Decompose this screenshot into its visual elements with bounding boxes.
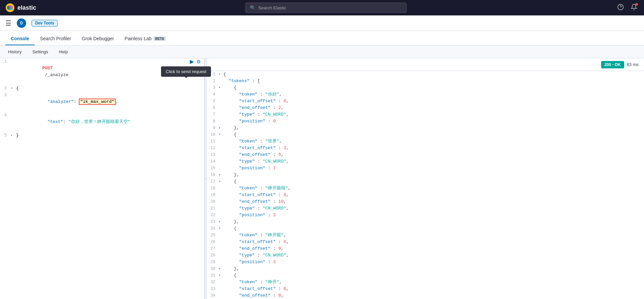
help-button[interactable]: Help bbox=[56, 48, 70, 56]
text-key: "text" bbox=[48, 119, 63, 124]
resp-code-30: }, bbox=[223, 265, 644, 272]
resp-code-22: "position" : 2 bbox=[223, 212, 644, 219]
resp-line-2: 2 "tokens" : [ bbox=[207, 78, 644, 84]
help-icon-btn[interactable] bbox=[616, 2, 625, 13]
tab-console[interactable]: Console bbox=[5, 33, 35, 45]
tab-search-profiler-label: Search Profiler bbox=[40, 36, 71, 41]
resp-arrow-23[interactable]: ▸ bbox=[219, 219, 223, 225]
resp-code-7: "type" : "CN_WORD", bbox=[223, 111, 644, 118]
resp-code-31: { bbox=[223, 272, 644, 279]
search-bar[interactable]: 🔍 Search Elastic bbox=[246, 3, 407, 13]
resp-code-16: }, bbox=[223, 172, 644, 178]
resp-code-2: "tokens" : [ bbox=[223, 78, 644, 84]
resp-code-19: "start_offset" : 6, bbox=[223, 192, 644, 198]
analyzer-value-highlight: "ik_max_word" bbox=[79, 99, 115, 105]
resp-arrow-3[interactable]: ▾ bbox=[219, 84, 223, 91]
resp-line-16: 16 ▸ }, bbox=[207, 172, 644, 178]
resp-line-4: 4 "token" : "你好", bbox=[207, 91, 644, 98]
resp-code-4: "token" : "你好", bbox=[223, 91, 644, 98]
resp-code-32: "token" : "睁开", bbox=[223, 279, 644, 286]
resp-code-3: { bbox=[223, 84, 644, 91]
resp-line-26: 26 "start_offset" : 6, bbox=[207, 239, 644, 245]
resp-code-8: "position" : 0 bbox=[223, 118, 644, 125]
run-button[interactable]: ▶ bbox=[189, 58, 195, 65]
line-arrow-5[interactable]: ▸ bbox=[11, 132, 16, 139]
resp-num-29: 29 bbox=[207, 259, 219, 265]
history-button[interactable]: History bbox=[5, 48, 24, 56]
editor-line-3: 3 "analyzer": "ik_max_word", bbox=[0, 92, 204, 112]
resp-num-2: 2 bbox=[207, 78, 219, 84]
path-text: /_analyze bbox=[42, 72, 68, 77]
resp-code-14: "type" : "CN_WORD", bbox=[223, 158, 644, 165]
resp-code-1: { bbox=[223, 71, 644, 78]
line-code-5: } bbox=[16, 132, 204, 139]
line-num-5: 5 bbox=[0, 132, 11, 139]
response-content[interactable]: 1 ▾ { 2 "tokens" : [ 3 ▾ { 4 "token bbox=[207, 71, 644, 299]
resp-arrow-30[interactable]: ▸ bbox=[219, 265, 223, 272]
resp-num-20: 20 bbox=[207, 198, 219, 205]
search-icon: 🔍 bbox=[250, 5, 256, 10]
secondary-nav: ☰ D Dev Tools bbox=[0, 15, 644, 31]
tab-painless-lab[interactable]: Painless Lab BETA bbox=[119, 33, 171, 45]
resp-line-9: 9 ▸ }, bbox=[207, 125, 644, 131]
search-bar-container: 🔍 Search Elastic bbox=[42, 3, 610, 13]
line-code-3: "analyzer": "ik_max_word", bbox=[16, 92, 204, 112]
notification-icon-btn[interactable] bbox=[629, 2, 639, 13]
elastic-logo-icon bbox=[5, 3, 15, 12]
resp-line-13: 13 "end_offset" : 5, bbox=[207, 152, 644, 158]
resp-code-21: "type" : "CN_WORD", bbox=[223, 205, 644, 212]
resp-arrow-1[interactable]: ▾ bbox=[219, 71, 223, 78]
resp-code-11: "token" : "世界", bbox=[223, 138, 644, 145]
resp-line-20: 20 "end_offset" : 10, bbox=[207, 198, 644, 205]
resp-line-29: 29 "position" : 3 bbox=[207, 259, 644, 265]
resp-line-23: 23 ▸ }, bbox=[207, 219, 644, 225]
resp-num-6: 6 bbox=[207, 105, 219, 111]
resp-code-27: "end_offset" : 9, bbox=[223, 245, 644, 252]
resp-num-17: 17 bbox=[207, 178, 219, 185]
resp-line-5: 5 "start_offset" : 0, bbox=[207, 98, 644, 105]
tab-grok-debugger[interactable]: Grok Debugger bbox=[76, 33, 119, 45]
tooltip-container: Click to send request bbox=[161, 66, 211, 77]
editor-line-2: 2 ▾ { bbox=[0, 85, 204, 92]
resp-line-18: 18 "token" : "睁开眼睛", bbox=[207, 185, 644, 192]
resp-line-7: 7 "type" : "CN_WORD", bbox=[207, 111, 644, 118]
resp-arrow-24[interactable]: ▾ bbox=[219, 225, 223, 232]
resp-arrow-17[interactable]: ▾ bbox=[219, 178, 223, 185]
svg-point-4 bbox=[10, 6, 13, 10]
time-badge: 83 ms bbox=[627, 62, 639, 67]
resp-num-23: 23 bbox=[207, 219, 219, 225]
resp-arrow-31[interactable]: ▾ bbox=[219, 272, 223, 279]
logo-text: elastic bbox=[17, 4, 36, 11]
copy-as-curl-button[interactable]: ⚙ bbox=[196, 59, 202, 65]
line-num-3: 3 bbox=[0, 92, 11, 99]
line-arrow-2[interactable]: ▾ bbox=[11, 85, 16, 92]
elastic-logo[interactable]: elastic bbox=[5, 3, 36, 12]
resp-line-31: 31 ▾ { bbox=[207, 272, 644, 279]
resp-code-10: { bbox=[223, 131, 644, 138]
tab-grok-debugger-label: Grok Debugger bbox=[82, 36, 114, 41]
response-pane: 200 - OK 83 ms 1 ▾ { 2 "tokens" : [ 3 ▾ … bbox=[207, 58, 644, 299]
resp-num-25: 25 bbox=[207, 232, 219, 239]
resp-line-12: 12 "start_offset" : 3, bbox=[207, 145, 644, 152]
resp-arrow-10[interactable]: ▾ bbox=[219, 131, 223, 138]
hamburger-button[interactable]: ☰ bbox=[5, 19, 11, 27]
editor-content[interactable]: 1 POST /_analyze ▶ ⚙ 2 ▾ { 3 bbox=[0, 58, 204, 299]
resp-line-8: 8 "position" : 0 bbox=[207, 118, 644, 125]
help-circle-icon bbox=[617, 4, 624, 10]
resp-line-21: 21 "type" : "CN_WORD", bbox=[207, 205, 644, 212]
resp-arrow-16[interactable]: ▸ bbox=[219, 172, 223, 178]
resp-code-18: "token" : "睁开眼睛", bbox=[223, 185, 644, 192]
settings-button[interactable]: Settings bbox=[30, 48, 51, 56]
resp-num-31: 31 bbox=[207, 272, 219, 279]
tab-search-profiler[interactable]: Search Profiler bbox=[35, 33, 76, 45]
resp-num-11: 11 bbox=[207, 138, 219, 145]
notification-badge bbox=[635, 3, 638, 6]
resp-line-1: 1 ▾ { bbox=[207, 71, 644, 78]
resp-code-28: "type" : "CN_WORD", bbox=[223, 252, 644, 259]
resp-line-25: 25 "token" : "睁开眼", bbox=[207, 232, 644, 239]
resp-num-33: 33 bbox=[207, 286, 219, 292]
dev-tools-breadcrumb[interactable]: Dev Tools bbox=[32, 20, 58, 26]
resp-num-19: 19 bbox=[207, 192, 219, 198]
resp-num-28: 28 bbox=[207, 252, 219, 259]
resp-arrow-9[interactable]: ▸ bbox=[219, 125, 223, 131]
